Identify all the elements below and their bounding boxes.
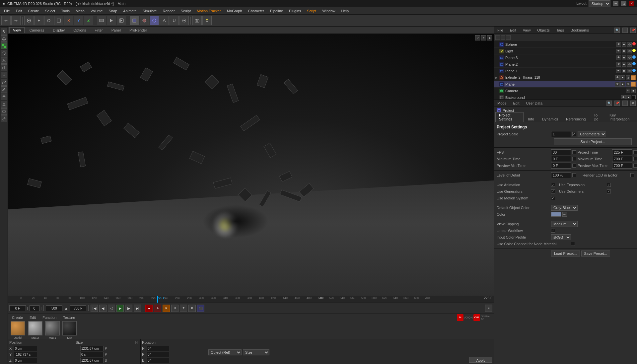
tab-options[interactable]: Options [70, 27, 90, 33]
material-mat1[interactable]: Mat.1 [45, 321, 60, 339]
obj-edit-btn[interactable]: Edit [508, 28, 518, 33]
menu-volume[interactable]: Volume [88, 8, 106, 14]
color-swatch[interactable] [551, 212, 561, 217]
obj-tags-btn[interactable]: Tags [554, 28, 566, 33]
color-edit-button[interactable]: ✏ [562, 212, 567, 217]
plane3-lock-btn[interactable]: ◎ [627, 55, 632, 60]
obj-row-plane2[interactable]: Plane.2 👁 ■ ◎ [494, 61, 637, 68]
move-tool[interactable] [1, 35, 7, 42]
move-tool-button[interactable] [44, 16, 53, 25]
play-button[interactable]: ▶ [116, 305, 124, 312]
background-render-btn[interactable]: ■ [626, 95, 631, 100]
menu-mograph[interactable]: MoGraph [224, 8, 245, 14]
plane-sel-lock-btn[interactable]: ◎ [626, 82, 630, 87]
rotate-tool[interactable] [1, 50, 7, 56]
save-preset-button[interactable]: Save Preset... [581, 251, 610, 256]
plane-sel-vis-btn[interactable]: 👁 [615, 82, 620, 87]
sphere-vis-btn[interactable]: 👁 [616, 42, 621, 47]
sphere-lock-btn[interactable]: ◎ [627, 42, 632, 47]
use-animation-check[interactable] [551, 183, 555, 187]
plane3-render-btn[interactable]: ■ [622, 55, 626, 60]
plane2-lock-btn[interactable]: ◎ [627, 62, 632, 67]
menu-window[interactable]: Window [319, 8, 338, 14]
max-time-input[interactable] [612, 156, 632, 162]
project-time-lock[interactable] [633, 150, 637, 154]
mat-tab-function[interactable]: Function [40, 315, 59, 320]
material-daniel[interactable]: Daniel [11, 321, 25, 339]
menu-plugins[interactable]: Plugins [286, 8, 304, 14]
attr-tab-dynamics[interactable]: Dynamics [538, 116, 562, 122]
obj-row-extrude[interactable]: ▶ Extrude_2_Thraus_118 👁 ■ ◎ [494, 74, 637, 81]
obj-extra-btn[interactable]: ⋮ [622, 28, 628, 33]
use-color-channel-check[interactable] [571, 242, 575, 246]
obj-row-light[interactable]: Light 👁 ■ ◎ [494, 48, 637, 54]
viewport-expand-button[interactable]: ⤢ [475, 35, 480, 40]
size-z-input[interactable] [80, 358, 104, 363]
attr-extra-btn[interactable]: ⋮ [622, 101, 628, 106]
select-tool[interactable] [1, 28, 7, 35]
plane1-lock-btn[interactable]: ◎ [627, 69, 632, 73]
texture-axis-button[interactable] [150, 16, 159, 25]
attr-pin-btn[interactable]: 📌 [614, 101, 620, 106]
project-time-input[interactable] [612, 149, 632, 155]
size-x-input[interactable] [80, 346, 104, 351]
viewport-toggle-button[interactable]: + [481, 35, 486, 40]
spline-tool[interactable] [1, 79, 7, 86]
attr-edit-btn[interactable]: Edit [511, 101, 522, 106]
deform-tool[interactable] [1, 94, 7, 100]
scale-tool[interactable] [1, 42, 7, 49]
scale-tool-button[interactable]: ✕ [64, 16, 73, 25]
magnet-weld-tool[interactable] [1, 72, 7, 78]
obj-row-sphere[interactable]: Sphere 👁 ■ ◎ [494, 41, 637, 48]
timeline-frame-marker[interactable] [157, 296, 158, 303]
go-to-start-button[interactable]: |◀ [91, 305, 98, 312]
obj-toolbar-btn-1[interactable] [495, 35, 500, 40]
menu-select[interactable]: Select [42, 8, 58, 14]
menu-animate[interactable]: Animate [120, 8, 139, 14]
timeline-end-button[interactable]: ≡ [485, 305, 492, 312]
step-forward-button[interactable]: ▶ [125, 305, 132, 312]
sphere-render-btn[interactable]: ■ [622, 42, 626, 47]
menu-character[interactable]: Character [246, 8, 267, 14]
use-motion-check[interactable] [551, 196, 555, 200]
live-selection-button[interactable] [24, 16, 34, 25]
min-time-lock[interactable] [572, 157, 576, 161]
tab-display[interactable]: Display [49, 27, 68, 33]
menu-tools[interactable]: Tools [58, 8, 72, 14]
menu-render[interactable]: Render [160, 8, 177, 14]
snap-button[interactable] [179, 16, 189, 25]
extrude-tool[interactable] [1, 64, 7, 71]
auto-key-button[interactable]: A [154, 305, 161, 312]
max-frame-input[interactable] [70, 305, 86, 311]
undo-button[interactable]: ↩ [1, 16, 11, 25]
obj-pin-btn[interactable]: 📌 [630, 28, 636, 33]
attr-tab-todo[interactable]: To Do [590, 112, 605, 122]
rotate-tool-button[interactable] [54, 16, 63, 25]
lod-lock[interactable] [572, 173, 576, 177]
light-vis-btn[interactable]: 👁 [616, 49, 621, 53]
object-mode-button[interactable] [130, 16, 139, 25]
position-y-input[interactable] [14, 352, 37, 357]
obj-toolbar-btn-2[interactable] [501, 35, 505, 40]
camera-render-btn[interactable]: ■ [631, 89, 636, 93]
obj-row-plane3[interactable]: Plane.3 👁 ■ ◎ [494, 54, 637, 61]
menu-edit[interactable]: Edit [13, 8, 25, 14]
rotation-b-input[interactable] [147, 358, 170, 363]
load-preset-button[interactable]: Load Preset... [551, 251, 580, 256]
light-lock-btn[interactable]: ◎ [627, 49, 632, 53]
render-button[interactable] [107, 16, 116, 25]
motion-clip-button[interactable]: ⬛ [197, 305, 204, 312]
record-button[interactable]: ● [145, 305, 153, 312]
add-object-button[interactable]: + [34, 16, 43, 25]
plane2-render-btn[interactable]: ■ [622, 62, 626, 67]
linear-workflow-check[interactable] [551, 229, 555, 233]
apply-button[interactable]: Apply [469, 357, 492, 363]
use-expression-check[interactable] [607, 183, 611, 187]
tab-view[interactable]: View [9, 27, 25, 33]
obj-row-camera[interactable]: Camera 👁 ■ [494, 88, 637, 94]
extrude-render-btn[interactable]: ■ [620, 75, 625, 80]
attr-tab-referencing[interactable]: Referencing [562, 116, 589, 122]
menu-create[interactable]: Create [26, 8, 42, 14]
plane-sel-render-btn[interactable]: ■ [620, 82, 625, 87]
input-color-profile-select[interactable]: sRGB [551, 234, 571, 240]
